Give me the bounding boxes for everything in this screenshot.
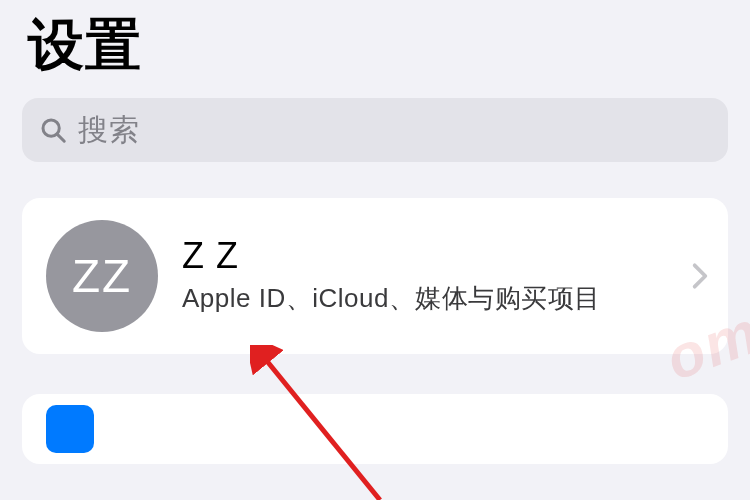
page-title: 设置 [28,8,722,84]
account-text-block: Z Z Apple ID、iCloud、媒体与购买项目 [182,235,664,316]
search-input[interactable]: 搜索 [22,98,728,162]
search-icon [38,115,68,145]
settings-row-partial[interactable] [22,394,728,464]
page-header: 设置 [0,0,750,98]
account-row[interactable]: ZZ Z Z Apple ID、iCloud、媒体与购买项目 [22,198,728,354]
account-name: Z Z [182,235,664,277]
svg-line-1 [57,134,64,141]
search-placeholder: 搜索 [78,110,140,151]
avatar: ZZ [46,220,158,332]
row-icon [46,405,94,453]
account-group: ZZ Z Z Apple ID、iCloud、媒体与购买项目 [22,198,728,354]
chevron-right-icon [692,262,708,290]
account-subtitle: Apple ID、iCloud、媒体与购买项目 [182,281,664,316]
search-container: 搜索 [0,98,750,162]
